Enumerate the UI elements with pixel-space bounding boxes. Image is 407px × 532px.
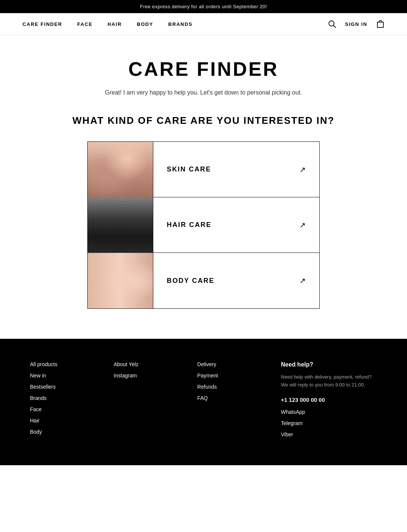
nav-face[interactable]: FACE [77,21,93,27]
cart-button[interactable] [376,20,385,28]
footer-body[interactable]: Body [30,429,99,435]
footer-hair[interactable]: Hair [30,418,99,424]
svg-line-1 [334,26,336,28]
footer-col-1: All products New in Bestsellers Brands F… [30,361,99,443]
care-options-grid: SKIN CARE ↗ HAIR CARE ↗ BODY CARE ↗ [87,141,320,309]
announcement-bar: Free express delivery for all orders unt… [0,0,407,13]
svg-rect-2 [377,22,383,27]
footer-help-title: Need help? [281,361,377,368]
nav-body[interactable]: BODY [137,21,153,27]
footer-face[interactable]: Face [30,406,99,412]
body-care-label-area: BODY CARE ↗ [153,253,319,308]
skin-care-arrow-icon: ↗ [299,165,306,174]
body-care-item[interactable]: BODY CARE ↗ [88,253,319,308]
nav-right: SIGN IN [328,20,385,28]
hair-care-image [88,197,153,253]
footer-delivery[interactable]: Delivery [197,361,266,367]
header: CARE FINDER FACE HAIR BODY BRANDS SIGN I… [0,13,407,35]
skin-care-label-area: SKIN CARE ↗ [153,142,319,197]
footer: All products New in Bestsellers Brands F… [0,339,407,465]
footer-instagram[interactable]: Instagram [114,373,182,379]
footer-phone[interactable]: +1 123 000 00 00 [281,397,377,403]
search-button[interactable] [328,20,336,28]
hair-care-arrow-icon: ↗ [299,221,306,230]
footer-payment[interactable]: Payment [197,373,266,379]
hair-care-label-area: HAIR CARE ↗ [153,197,319,252]
announcement-text: Free express delivery for all orders unt… [140,4,267,9]
footer-help-text: Need help with delivery, payment, refund… [281,373,377,389]
footer-all-products[interactable]: All products [30,361,99,367]
footer-bestsellers[interactable]: Bestsellers [30,384,99,390]
skin-care-item[interactable]: SKIN CARE ↗ [88,142,319,197]
footer-col-2: About Yelz Instagram [114,361,182,443]
nav-hair[interactable]: HAIR [108,21,122,27]
body-care-arrow-icon: ↗ [299,276,306,285]
nav-care-finder[interactable]: CARE FINDER [22,21,62,27]
main-nav: CARE FINDER FACE HAIR BODY BRANDS [22,21,193,27]
skin-care-label: SKIN CARE [167,165,211,173]
footer-new-in[interactable]: New in [30,373,99,379]
hair-care-label: HAIR CARE [167,221,211,229]
footer-viber[interactable]: Viber [281,431,377,437]
footer-about[interactable]: About Yelz [114,361,182,367]
footer-whatsapp[interactable]: WhatsApp [281,409,377,415]
page-title: CARE FINDER [30,58,377,80]
nav-brands[interactable]: BRANDS [168,21,193,27]
body-care-label: BODY CARE [167,277,214,285]
section-question: WHAT KIND OF CARE ARE YOU INTERESTED IN? [30,115,377,126]
sign-in-link[interactable]: SIGN IN [345,21,367,27]
skin-care-image [88,142,153,197]
subtitle: Great! I am very happy to help you. Let'… [30,89,377,96]
footer-brands[interactable]: Brands [30,395,99,401]
main-content: CARE FINDER Great! I am very happy to he… [0,35,407,339]
footer-refunds[interactable]: Refunds [197,384,266,390]
footer-faq[interactable]: FAQ [197,395,266,401]
cart-icon [376,20,385,28]
hair-care-item[interactable]: HAIR CARE ↗ [88,197,319,253]
footer-col-4: Need help? Need help with delivery, paym… [281,361,377,443]
footer-col-3: Delivery Payment Refunds FAQ [197,361,266,443]
search-icon [328,20,336,28]
body-care-image [88,253,153,308]
svg-point-0 [329,21,334,26]
footer-telegram[interactable]: Telegram [281,420,377,426]
